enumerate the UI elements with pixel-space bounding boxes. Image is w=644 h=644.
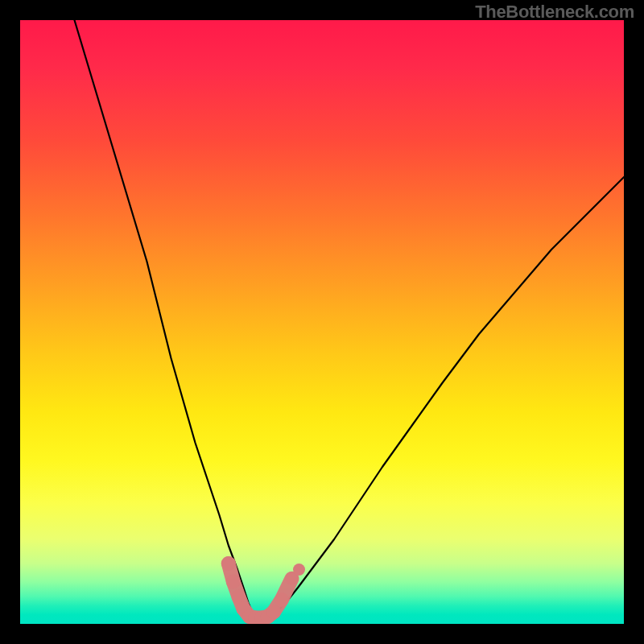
bottleneck-curve: [75, 20, 625, 618]
optimal-marker: [226, 575, 241, 589]
bottleneck-curve-path: [75, 20, 625, 618]
chart-svg: [20, 20, 624, 624]
watermark-text: TheBottleneck.com: [475, 2, 634, 23]
optimal-marker: [275, 592, 289, 607]
optimal-marker: [266, 605, 281, 619]
optimal-marker-isolated: [293, 564, 305, 576]
optimal-marker: [221, 556, 236, 571]
plot-area: [20, 20, 624, 624]
optimal-markers: [221, 556, 305, 624]
outer-frame: TheBottleneck.com: [0, 0, 644, 644]
